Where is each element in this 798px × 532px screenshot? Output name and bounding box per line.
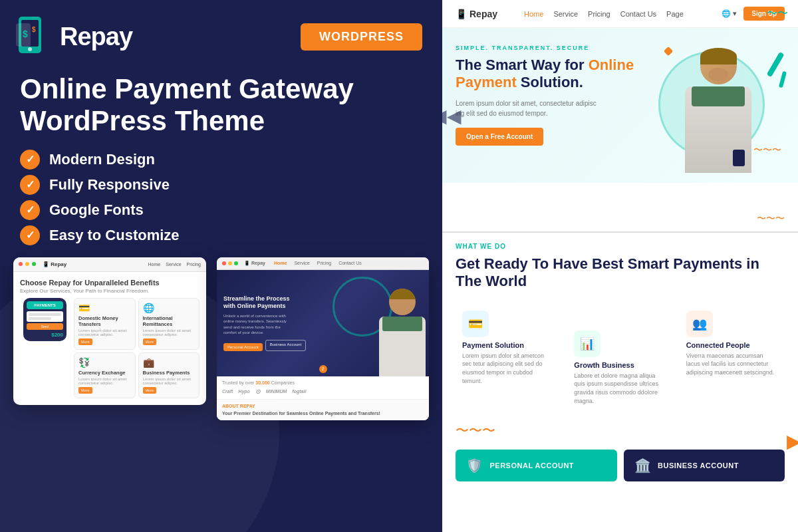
feature-google-fonts: ✓ Google Fonts	[20, 200, 422, 220]
person-head	[700, 48, 737, 84]
business-icon: 🏛️	[634, 458, 652, 473]
feature-label-customize: Easy to Customize	[49, 227, 180, 244]
logo-text: Repay	[60, 23, 132, 51]
person-face	[708, 68, 728, 81]
browser-dot-green	[234, 261, 238, 265]
person-body	[685, 86, 751, 173]
globe-icon[interactable]: 🌐 ▾	[722, 9, 737, 18]
logo-area: $ $ Repay	[13, 13, 132, 60]
section-title: Get Ready To Have Best Smart Payments in…	[456, 255, 785, 291]
mini-nav-dots: Home Service Pricing	[148, 262, 201, 267]
deco-orange-chevrons: 〜〜〜	[757, 213, 785, 225]
mini-hero-btn-personal[interactable]: Personal Account	[223, 343, 263, 351]
mini-nav-link-3: Pricing	[187, 262, 201, 267]
feature-easy-customize: ✓ Easy to Customize	[20, 225, 422, 245]
hero-person	[685, 48, 751, 173]
wordpress-badge: WORDPRESS	[301, 23, 422, 51]
person-phone	[733, 150, 745, 166]
slide-indicator: 2	[319, 365, 327, 373]
personal-icon: 🛡️	[466, 458, 483, 473]
browser-nav-contact: Contact Us	[338, 261, 362, 265]
left-panel: $ $ Repay WORDPRESS Online Payment Gatew…	[0, 0, 442, 532]
account-buttons: 🛡️ PERSONAL ACCOUNT 🏛️ BUSINESS ACCOUNT	[456, 450, 785, 481]
check-icon-fonts: ✓	[20, 200, 40, 220]
nav-contact[interactable]: Contact Us	[620, 10, 656, 18]
right-navbar: 📱 Repay Home Service Pricing Contact Us …	[442, 0, 798, 28]
person-scarf	[692, 86, 745, 106]
growth-desc: Labore et dolore magna aliqua quis ipsum…	[574, 372, 666, 405]
check-icon-modern: ✓	[20, 150, 40, 170]
right-logo-text: Repay	[469, 9, 497, 19]
double-arrow-left: ◀◀	[442, 105, 462, 127]
window-dot-red	[19, 262, 23, 266]
services-grid: 💳 Payment Solution Lorem ipsum dolor sit…	[456, 304, 785, 412]
right-top-preview: 📱 Repay Home Service Pricing Contact Us …	[442, 0, 798, 233]
feature-fully-responsive: ✓ Fully Responsive	[20, 175, 422, 195]
arrow-right-decoration: ▶	[787, 430, 798, 452]
mini-browser-hero: Streamline the Process with Online Payme…	[217, 270, 429, 376]
hero-title-plain: The Smart Way for	[456, 57, 589, 73]
mini-logo-text: 📱 Repay	[43, 261, 66, 267]
logo-icon: $ $	[13, 13, 53, 60]
right-logo-icon: 📱	[456, 9, 467, 19]
browser-dot-red	[222, 261, 226, 265]
service-growth: 📊 Growth Business Labore et dolore magna…	[567, 324, 672, 412]
mini-logo-bar: 📱 Repay	[43, 261, 66, 267]
payment-icon: 💳	[462, 311, 489, 337]
window-dot-yellow	[25, 262, 29, 266]
business-label: BUSINESS ACCOUNT	[658, 462, 739, 469]
feature-label-modern: Modern Design	[49, 151, 155, 168]
right-bottom-section: WHAT WE DO Get Ready To Have Best Smart …	[442, 233, 798, 532]
nav-pricing[interactable]: Pricing	[588, 10, 610, 18]
left-header: $ $ Repay WORDPRESS	[0, 0, 442, 66]
svg-point-2	[28, 47, 32, 51]
deco-wave-bottom: 〜〜〜	[753, 144, 781, 156]
right-logo: 📱 Repay	[456, 9, 497, 19]
right-hero: SIMPLE. TRANSPARENT. SECURE The Smart Wa…	[442, 28, 798, 183]
check-icon-responsive: ✓	[20, 175, 40, 195]
growth-icon: 📊	[574, 331, 600, 357]
deco-teal-bar-2	[779, 71, 787, 88]
svg-text:$: $	[32, 26, 36, 33]
hero-title: The Smart Way for Online Payment Solutio…	[456, 57, 645, 92]
brand-fogtail: fogtail	[292, 389, 306, 394]
browser-nav-service: Service	[294, 261, 309, 265]
deco-teal-chevrons: 〜〜	[767, 7, 788, 21]
browser-nav-pricing: Pricing	[317, 261, 331, 265]
mini-hero-sub: Unlock a world of convenience with onlin…	[223, 313, 287, 336]
browser-nav-home: Home	[274, 261, 287, 265]
hero-content: SIMPLE. TRANSPARENT. SECURE The Smart Wa…	[456, 38, 645, 173]
mini-hero-btn-business[interactable]: Business Account	[265, 340, 306, 351]
connected-name: Connected People	[686, 341, 778, 349]
right-nav-links: Home Service Pricing Contact Us Page	[524, 10, 684, 18]
service-connected: 👥 Connected People Viverra maecenas accu…	[680, 304, 785, 412]
personal-account-button[interactable]: 🛡️ PERSONAL ACCOUNT	[456, 450, 617, 481]
nav-service[interactable]: Service	[553, 10, 578, 18]
connected-icon: 👥	[686, 311, 713, 337]
growth-name: Growth Business	[574, 361, 666, 369]
deco-orange-diamond	[664, 47, 673, 56]
feature-label-fonts: Google Fonts	[49, 201, 144, 219]
nav-page[interactable]: Page	[666, 10, 684, 18]
mini-nav-link-2: Service	[166, 262, 181, 267]
window-dot-green	[32, 262, 36, 266]
feature-label-responsive: Fully Responsive	[49, 176, 170, 194]
section-label: WHAT WE DO	[456, 243, 785, 250]
mini-hero-text: Streamline the Process with Online Payme…	[223, 295, 290, 311]
payment-name: Payment Solution	[462, 341, 554, 349]
hero-title-end: Solution.	[517, 74, 583, 90]
business-account-button[interactable]: 🏛️ BUSINESS ACCOUNT	[624, 450, 785, 481]
nav-home[interactable]: Home	[524, 10, 543, 18]
person-hair	[700, 48, 737, 65]
personal-label: PERSONAL ACCOUNT	[490, 462, 575, 469]
check-icon-customize: ✓	[20, 225, 40, 245]
feature-modern-design: ✓ Modern Design	[20, 150, 422, 170]
hero-person-wrap: 〜〜〜	[652, 38, 785, 173]
mini-nav-link-1: Home	[148, 262, 161, 267]
svg-text:$: $	[23, 29, 28, 39]
browser-logo: 📱 Repay	[244, 261, 265, 266]
hero-cta-button[interactable]: Open a Free Account	[456, 128, 543, 146]
hero-tagline: SIMPLE. TRANSPARENT. SECURE	[456, 45, 645, 51]
wave-decoration: 〜〜〜	[456, 422, 785, 440]
payment-desc: Lorem ipsum dolor sit ametcon sec tetur …	[462, 352, 554, 385]
